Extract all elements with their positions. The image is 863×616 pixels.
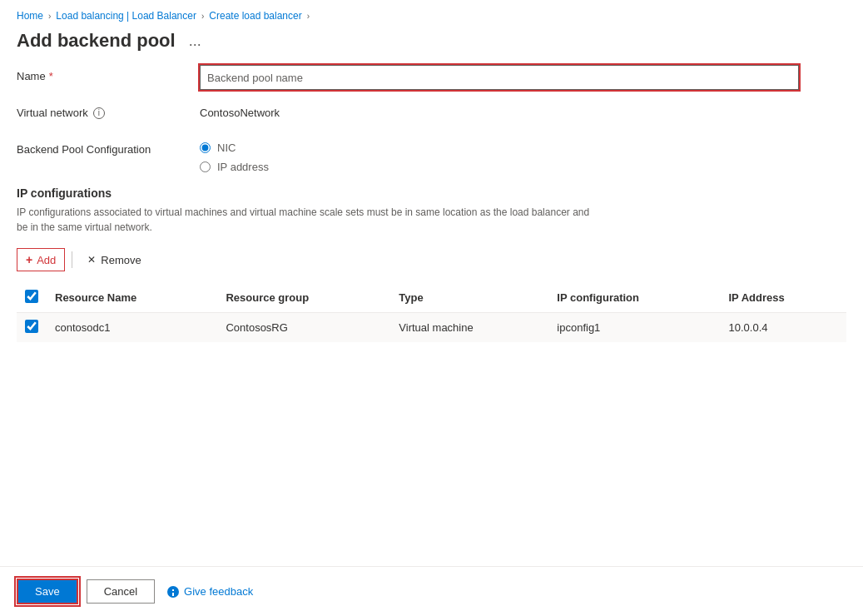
breadcrumb-create-lb[interactable]: Create load balancer — [209, 10, 301, 22]
table-row: contosodc1 ContososRG Virtual machine ip… — [17, 313, 846, 343]
cancel-button[interactable]: Cancel — [87, 579, 155, 604]
name-form-row: Name * — [17, 65, 846, 90]
table-header-checkbox[interactable] — [25, 290, 38, 303]
virtual-network-value-container: ContosoNetwork — [200, 102, 846, 119]
row-checkbox[interactable] — [25, 320, 38, 333]
row-ip-address: 10.0.0.4 — [721, 313, 847, 343]
virtual-network-value: ContosoNetwork — [200, 102, 280, 119]
backend-pool-config-label: Backend Pool Configuration — [17, 138, 200, 156]
ip-configurations-description: IP configurations associated to virtual … — [17, 205, 599, 235]
col-type: Type — [390, 283, 548, 313]
content-area: Name * Virtual network i ContosoNetwork … — [0, 65, 863, 566]
ellipsis-menu-button[interactable]: ... — [184, 31, 206, 52]
backend-pool-config-options: NIC IP address — [200, 138, 846, 173]
virtual-network-label: Virtual network i — [17, 102, 200, 119]
ip-address-radio[interactable] — [200, 161, 211, 172]
row-resource-name: contosodc1 — [47, 313, 217, 343]
feedback-icon — [166, 585, 180, 599]
table-header-checkbox-cell — [17, 283, 47, 313]
add-label: Add — [37, 254, 56, 266]
breadcrumb-sep-2: › — [201, 12, 204, 21]
col-resource-name: Resource Name — [47, 283, 217, 313]
row-resource-group: ContososRG — [217, 313, 390, 343]
row-checkbox-cell — [17, 313, 47, 343]
nic-radio[interactable] — [200, 142, 211, 153]
virtual-network-info-icon[interactable]: i — [93, 107, 105, 119]
breadcrumb: Home › Load balancing | Load Balancer › … — [0, 0, 863, 27]
virtual-network-row: Virtual network i ContosoNetwork — [17, 102, 846, 127]
backend-pool-config-row: Backend Pool Configuration NIC IP addres… — [17, 138, 846, 173]
row-ip-configuration: ipconfig1 — [548, 313, 720, 343]
save-button[interactable]: Save — [17, 579, 78, 604]
plus-icon: + — [26, 253, 32, 266]
name-field-container — [200, 65, 846, 90]
required-indicator: * — [49, 70, 53, 82]
row-type: Virtual machine — [390, 313, 548, 343]
col-ip-configuration: IP configuration — [548, 283, 720, 313]
remove-label: Remove — [101, 254, 141, 266]
footer: Save Cancel Give feedback — [0, 566, 863, 616]
breadcrumb-home[interactable]: Home — [17, 10, 43, 22]
page-title: Add backend pool — [17, 30, 176, 52]
ip-configurations-title: IP configurations — [17, 186, 846, 200]
ip-configurations-table: Resource Name Resource group Type IP con… — [17, 283, 846, 342]
toolbar-separator — [72, 251, 72, 268]
ip-configurations-toolbar: + Add ✕ Remove — [17, 248, 846, 271]
breadcrumb-sep-3: › — [307, 12, 310, 21]
col-resource-group: Resource group — [217, 283, 390, 313]
x-icon: ✕ — [87, 254, 96, 266]
remove-button[interactable]: ✕ Remove — [79, 250, 149, 271]
name-label: Name * — [17, 65, 200, 82]
breadcrumb-load-balancing[interactable]: Load balancing | Load Balancer — [56, 10, 196, 22]
table-header-row: Resource Name Resource group Type IP con… — [17, 283, 846, 313]
feedback-link[interactable]: Give feedback — [166, 585, 253, 599]
col-ip-address: IP Address — [721, 283, 847, 313]
nic-radio-option[interactable]: NIC — [200, 142, 269, 154]
page-header: Add backend pool ... — [0, 27, 863, 65]
backend-pool-radio-group: NIC IP address — [200, 138, 269, 173]
breadcrumb-sep-1: › — [48, 12, 51, 21]
add-button[interactable]: + Add — [17, 248, 65, 271]
ip-address-radio-option[interactable]: IP address — [200, 161, 269, 173]
backend-pool-name-input[interactable] — [200, 65, 799, 90]
